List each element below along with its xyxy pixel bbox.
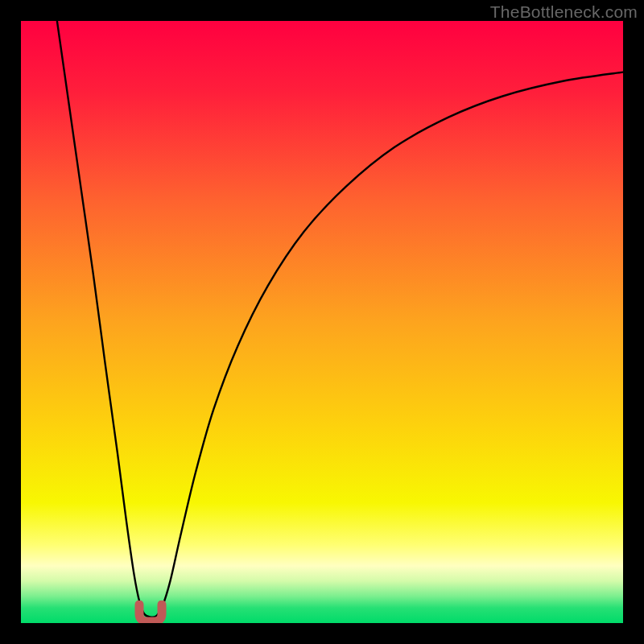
watermark-text: TheBottleneck.com — [490, 2, 638, 22]
chart-frame: TheBottleneck.com — [0, 0, 644, 644]
minimum-marker — [132, 601, 169, 623]
plot-area — [21, 21, 623, 623]
bottleneck-curve — [21, 21, 623, 623]
